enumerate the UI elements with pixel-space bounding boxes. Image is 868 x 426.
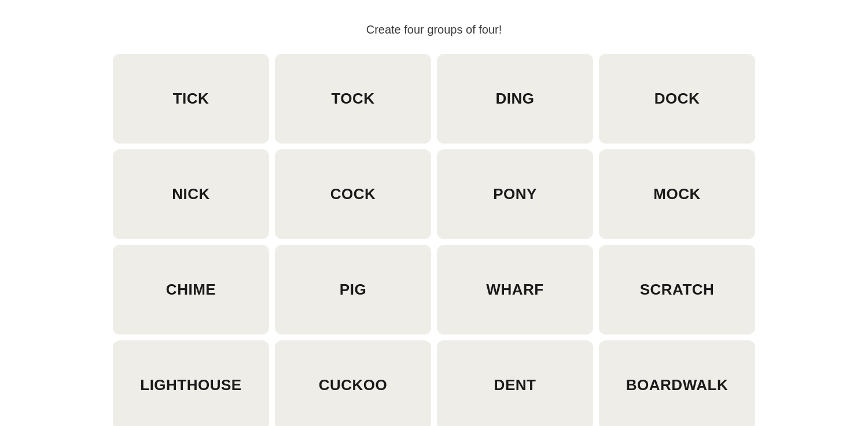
card-label-mock: MOCK xyxy=(653,185,700,203)
card-tick[interactable]: TICK xyxy=(113,54,269,144)
card-boardwalk[interactable]: BOARDWALK xyxy=(599,340,755,426)
card-mock[interactable]: MOCK xyxy=(599,149,755,239)
card-label-tick: TICK xyxy=(173,90,209,108)
card-label-tock: TOCK xyxy=(331,90,374,108)
card-label-pig: PIG xyxy=(340,281,366,299)
card-label-boardwalk: BOARDWALK xyxy=(626,376,728,394)
card-dock[interactable]: DOCK xyxy=(599,54,755,144)
card-cuckoo[interactable]: CUCKOO xyxy=(275,340,431,426)
card-label-wharf: WHARF xyxy=(486,281,543,299)
card-label-scratch: SCRATCH xyxy=(640,281,715,299)
card-scratch[interactable]: SCRATCH xyxy=(599,245,755,335)
word-grid: TICKTOCKDINGDOCKNICKCOCKPONYMOCKCHIMEPIG… xyxy=(113,54,755,426)
page-subtitle: Create four groups of four! xyxy=(366,23,502,36)
card-label-chime: CHIME xyxy=(166,281,216,299)
card-pig[interactable]: PIG xyxy=(275,245,431,335)
card-ding[interactable]: DING xyxy=(437,54,593,144)
card-label-ding: DING xyxy=(496,90,535,108)
card-tock[interactable]: TOCK xyxy=(275,54,431,144)
card-nick[interactable]: NICK xyxy=(113,149,269,239)
card-label-cuckoo: CUCKOO xyxy=(319,376,388,394)
card-cock[interactable]: COCK xyxy=(275,149,431,239)
card-pony[interactable]: PONY xyxy=(437,149,593,239)
card-label-dock: DOCK xyxy=(654,90,700,108)
card-lighthouse[interactable]: LIGHTHOUSE xyxy=(113,340,269,426)
card-label-nick: NICK xyxy=(172,185,210,203)
card-label-dent: DENT xyxy=(494,376,536,394)
card-chime[interactable]: CHIME xyxy=(113,245,269,335)
card-label-cock: COCK xyxy=(330,185,376,203)
card-label-lighthouse: LIGHTHOUSE xyxy=(140,376,241,394)
card-wharf[interactable]: WHARF xyxy=(437,245,593,335)
card-label-pony: PONY xyxy=(493,185,537,203)
card-dent[interactable]: DENT xyxy=(437,340,593,426)
